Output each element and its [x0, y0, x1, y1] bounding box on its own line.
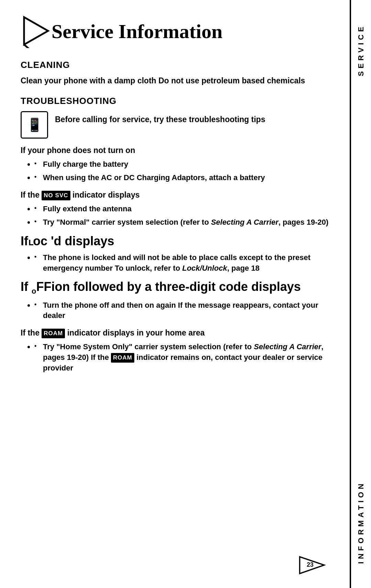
no-svc-block: If the NO SVC indicator displays Fully e…: [21, 189, 333, 228]
page-number-triangle: 23: [298, 554, 326, 578]
side-word-information: INFORMATION: [357, 481, 366, 564]
locd-heading: Ifʟoc 'd displays: [21, 234, 333, 248]
troubleshooting-heading: Troubleshooting: [21, 96, 333, 106]
no-turn-on-para: If your phone does not turn on: [21, 145, 333, 156]
roam-list: Try "Home System Only" carrier system se…: [34, 342, 333, 373]
header-triangle-icon: [21, 14, 52, 49]
offon-block: If oFFion followed by a three-digit code…: [21, 280, 333, 321]
roam-badge: ROAM: [42, 329, 65, 338]
no-svc-para: If the NO SVC indicator displays: [21, 189, 333, 200]
ts-intro-block: 📱 Before calling for service, try these …: [21, 111, 333, 139]
side-word-service: SERVICE: [357, 24, 366, 76]
ts-intro-text: Before calling for service, try these tr…: [55, 111, 265, 125]
svg-marker-0: [24, 17, 48, 45]
main-content: Service Information Cleaning Clean your …: [0, 0, 350, 588]
no-turn-on-block: If your phone does not turn on Fully cha…: [21, 145, 333, 183]
page-container: Service Information Cleaning Clean your …: [0, 0, 371, 588]
roam-badge-2: ROAM: [111, 353, 134, 363]
cleaning-section: Cleaning Clean your phone with a damp cl…: [21, 60, 333, 86]
bullet-antenna: Fully extend the antenna: [34, 204, 333, 214]
troubleshooting-section: Troubleshooting 📱 Before calling for ser…: [21, 96, 333, 374]
side-words: SERVICE INFORMATION: [357, 7, 366, 581]
bullet-home-system: Try "Home System Only" carrier system se…: [34, 342, 333, 373]
locd-list: The phone is locked and will not be able…: [34, 252, 333, 274]
phone-icon: 📱: [26, 118, 43, 131]
phone-icon-box: 📱: [21, 111, 48, 139]
svg-line-1: [24, 45, 34, 48]
bullet-locked: The phone is locked and will not be able…: [34, 252, 333, 274]
offon-heading: If oFFion followed by a three-digit code…: [21, 280, 333, 296]
page-number-area: 23: [298, 554, 326, 578]
offon-list: Turn the phone off and then on again If …: [34, 300, 333, 321]
bullet-charge: Fully charge the battery: [34, 159, 333, 170]
bullet-ac-dc: When using the AC or DC Charging Adaptor…: [34, 173, 333, 183]
cleaning-heading: Cleaning: [21, 60, 333, 70]
header-area: Service Information: [21, 14, 333, 49]
page-title: Service Information: [52, 21, 223, 43]
roam-para: If the ROAM indicator displays in your h…: [21, 327, 333, 338]
side-tab: SERVICE INFORMATION: [350, 0, 371, 588]
no-turn-on-list: Fully charge the battery When using the …: [34, 159, 333, 183]
no-svc-badge: NO SVC: [42, 191, 70, 200]
bullet-off-on: Turn the phone off and then on again If …: [34, 300, 333, 321]
page-number-text: 23: [307, 561, 314, 568]
cleaning-body: Clean your phone with a damp cloth Do no…: [21, 75, 333, 86]
bullet-normal-carrier: Try "Normal" carrier system selection (r…: [34, 217, 333, 228]
roam-block: If the ROAM indicator displays in your h…: [21, 327, 333, 374]
locd-block: Ifʟoc 'd displays The phone is locked an…: [21, 234, 333, 274]
no-svc-list: Fully extend the antenna Try "Normal" ca…: [34, 204, 333, 228]
